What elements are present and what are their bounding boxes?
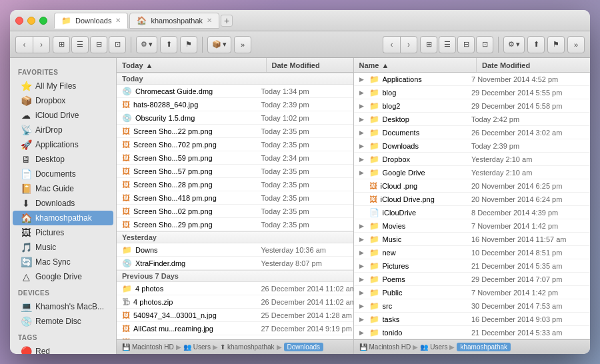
tab-khamosh[interactable]: 🏠 khamoshpathak ✕	[129, 13, 219, 29]
file-row[interactable]: 💿 XtraFinder.dmg Yesterday 8:07 pm	[117, 257, 353, 270]
icon-view-button[interactable]: ⊞	[53, 36, 70, 53]
file-row[interactable]: ▶ 📁 tasks 16 December 2014 9:03 pm	[354, 313, 591, 326]
list-view-button[interactable]: ☰	[71, 36, 89, 53]
file-row[interactable]: ▶ 🖼 iCloud Drive.png 20 November 2014 6:…	[354, 193, 591, 206]
folder-icon: 📁	[369, 221, 379, 231]
overflow-button-right[interactable]: »	[567, 36, 585, 53]
sidebar-item-macguide[interactable]: 📔 Mac Guide	[13, 181, 113, 196]
file-row[interactable]: 🖼 Screen Sho...22 pm.png Today 2:35 pm	[117, 125, 353, 138]
sidebar-item-all-files[interactable]: ⭐ All My Files	[13, 79, 113, 93]
col-date-header[interactable]: Date Modified	[267, 58, 353, 72]
tab-close-icon[interactable]: ✕	[115, 17, 121, 24]
new-tab-button[interactable]: +	[221, 15, 233, 27]
file-row[interactable]: ▶ 📄 iClouDrive 8 December 2014 4:39 pm	[354, 206, 591, 219]
file-row[interactable]: ▶ 📁 Dropbox Yesterday 2:10 am	[354, 153, 591, 166]
sidebar-item-macbook[interactable]: 💻 Khamosh's MacB...	[13, 299, 113, 314]
file-row[interactable]: ▶ 📁 Movies 7 November 2014 1:42 pm	[354, 219, 591, 233]
sidebar-item-red-tag[interactable]: 🔴 Red	[13, 344, 113, 354]
file-row[interactable]: 🖼 Screen Sho...59 pm.png Today 2:34 pm	[117, 151, 353, 165]
file-row[interactable]: 🖼 hats-80288_640.jpg Today 2:39 pm	[117, 98, 353, 111]
file-row[interactable]: ▶ 📁 blog 29 December 2014 5:55 pm	[354, 86, 591, 99]
forward-button-right[interactable]: ›	[400, 36, 417, 53]
file-row[interactable]: 📁 Downs Yesterday 10:36 am	[117, 243, 353, 257]
tag-button[interactable]: ⚑	[180, 36, 197, 53]
expand-arrow: ▶	[359, 249, 366, 256]
file-row[interactable]: 🗜 4 photos.zip 26 December 2014 11:02 am	[117, 295, 353, 309]
file-row[interactable]: ▶ 📁 Google Drive Yesterday 2:10 am	[354, 166, 591, 179]
file-row[interactable]: 🖼 Screen Sho...57 pm.png Today 2:35 pm	[117, 165, 353, 178]
file-row[interactable]: 💿 Obscurity 1.5.dmg Today 1:02 pm	[117, 111, 353, 125]
sidebar-item-googledrive[interactable]: △ Google Drive	[13, 269, 113, 284]
arrange-button-right[interactable]: ⚙ ▾	[503, 36, 525, 53]
sidebar-label: khamoshpathak	[35, 213, 92, 223]
tab-close-icon2[interactable]: ✕	[207, 17, 212, 24]
tab-downloads[interactable]: 📁 Downloads ✕	[54, 13, 128, 29]
file-row[interactable]: ▶ 📁 blog2 29 December 2014 5:58 pm	[354, 99, 591, 113]
file-row[interactable]: 🖼 Screen Sho...418 pm.png Today 2:35 pm	[117, 191, 353, 205]
file-row[interactable]: ▶ 📁 Pictures 21 December 2014 5:35 am	[354, 259, 591, 273]
sidebar-item-downloads[interactable]: ⬇ Downloads	[13, 196, 113, 211]
sidebar-item-pictures[interactable]: 🖼 Pictures	[13, 225, 113, 240]
file-row[interactable]: ▶ 📁 Music 16 November 2014 11:57 am	[354, 233, 591, 246]
column-view-button[interactable]: ⊟	[90, 36, 107, 53]
file-name-cell: 🖼 Screen Sho...22 pm.png	[122, 127, 261, 136]
sidebar-item-airdrop[interactable]: 📡 AirDrop	[13, 123, 113, 137]
expand-arrow: ▶	[359, 276, 366, 283]
close-button[interactable]	[15, 17, 23, 25]
file-row[interactable]: 📁 4 photos 26 December 2014 11:02 am	[117, 282, 353, 295]
file-row[interactable]: ▶ 🖼 iCloud .png 20 November 2014 6:25 pm	[354, 179, 591, 193]
sidebar-item-home[interactable]: 🏠 khamoshpathak	[13, 211, 113, 225]
file-row[interactable]: ▶ 📁 src 30 December 2014 7:53 am	[354, 299, 591, 313]
hd-label: Macintosh HD	[132, 343, 174, 351]
file-row[interactable]: ▶ 📁 tonido 21 December 2014 5:33 am	[354, 326, 591, 339]
share-button[interactable]: ⬆	[160, 36, 177, 53]
file-row[interactable]: 🖼 Screen Sho...29 pm.png Today 2:35 pm	[117, 218, 353, 231]
dropbox-button[interactable]: 📦 ▾	[207, 36, 231, 53]
file-row[interactable]: ▶ 📁 Desktop Today 2:42 pm	[354, 113, 591, 126]
file-row[interactable]: 🖼 Screen Sho...02 pm.png Today 2:35 pm	[117, 205, 353, 218]
cover-flow-button[interactable]: ⊡	[109, 36, 126, 53]
sidebar-item-music[interactable]: 🎵 Music	[13, 240, 113, 255]
icon-view-button-right[interactable]: ⊞	[420, 36, 437, 53]
col-today-header[interactable]: Today ▲	[117, 58, 267, 72]
img-icon: 🖼	[369, 181, 377, 191]
laptop-icon: 💻	[21, 301, 31, 312]
sidebar-item-documents[interactable]: 📄 Documents	[13, 167, 113, 181]
sidebar-item-macsync[interactable]: 🔄 Mac Sync	[13, 255, 113, 269]
tag-button-right[interactable]: ⚑	[547, 36, 565, 53]
share-button-right[interactable]: ⬆	[527, 36, 545, 53]
file-row[interactable]: ▶ 📁 Applications 7 November 2014 4:52 pm	[354, 73, 591, 86]
breadcrumb-right: 💾 Macintosh HD ▶ 👥 Users ▶ khamoshpathak	[359, 343, 511, 351]
list-view-button-right[interactable]: ☰	[439, 36, 456, 53]
file-row[interactable]: 🖼 Screen Sho...702 pm.png Today 2:35 pm	[117, 138, 353, 151]
file-row[interactable]: ▶ 📁 Documents 26 December 2014 3:02 am	[354, 126, 591, 139]
file-name: Pictures	[383, 262, 409, 270]
file-row[interactable]: 🖼 AllCast mu...reaming.jpg 27 December 2…	[117, 322, 353, 335]
sidebar-item-applications[interactable]: 🚀 Applications	[13, 137, 113, 152]
file-row[interactable]: 🖼 Screen Sho...28 pm.png Today 2:35 pm	[117, 178, 353, 191]
overflow-button[interactable]: »	[234, 36, 251, 53]
sidebar-item-dropbox[interactable]: 📦 Dropbox	[13, 93, 113, 108]
column-view-button-right[interactable]: ⊟	[457, 36, 475, 53]
file-name: blog	[383, 89, 397, 97]
file-row[interactable]: ▶ 📁 Public 7 November 2014 1:42 pm	[354, 286, 591, 299]
sidebar-item-icloud[interactable]: ☁ iCloud Drive	[13, 108, 113, 123]
back-button-right[interactable]: ‹	[383, 36, 400, 53]
minimize-button[interactable]	[27, 17, 35, 25]
tab-khamosh-label: khamoshpathak	[151, 17, 203, 25]
col-name-header[interactable]: Name ▲	[354, 58, 477, 72]
sidebar-label: Dropbox	[35, 96, 65, 105]
file-row[interactable]: 🖼 540947_34...03001_n.jpg 25 December 20…	[117, 309, 353, 322]
sidebar-item-remotedisc[interactable]: 💿 Remote Disc	[13, 314, 113, 329]
forward-button[interactable]: ›	[33, 36, 50, 53]
back-button[interactable]: ‹	[15, 36, 33, 53]
arrange-button[interactable]: ⚙ ▾	[136, 36, 157, 53]
sidebar-item-desktop[interactable]: 🖥 Desktop	[13, 152, 113, 167]
col-date2-header[interactable]: Date Modified	[477, 58, 590, 72]
maximize-button[interactable]	[39, 17, 47, 25]
cover-flow-button-right[interactable]: ⊡	[476, 36, 493, 53]
file-row[interactable]: 💿 Chromecast Guide.dmg Today 1:34 pm	[117, 85, 353, 98]
file-row[interactable]: ▶ 📁 Poems 29 December 2014 7:07 pm	[354, 273, 591, 286]
file-row[interactable]: ▶ 📁 new 10 December 2014 8:51 pm	[354, 246, 591, 259]
file-row[interactable]: ▶ 📁 Downloads Today 2:39 pm	[354, 139, 591, 153]
